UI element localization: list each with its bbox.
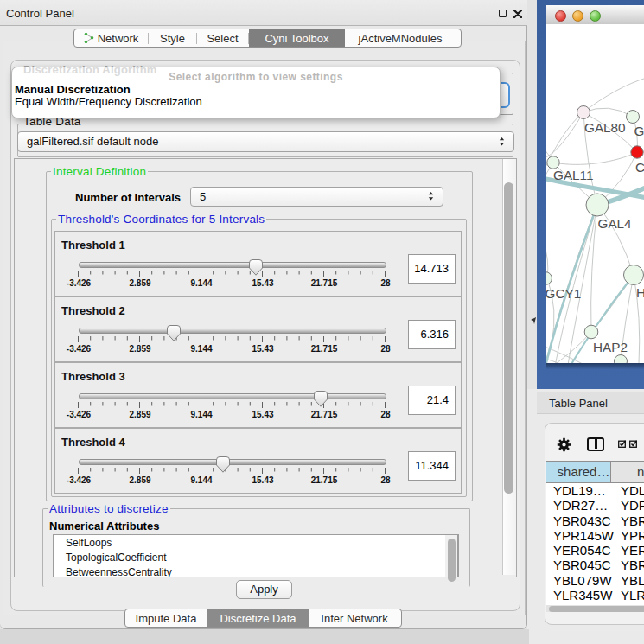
svg-text:H: H [636,285,644,300]
svg-text:HAP2: HAP2 [593,340,628,354]
svg-text:GAL11: GAL11 [553,168,594,182]
svg-text:C: C [635,160,644,175]
svg-text:GCY1: GCY1 [546,286,581,301]
svg-text:GAL4: GAL4 [598,216,633,231]
svg-text:GA: GA [634,124,644,138]
svg-text:GAL80: GAL80 [584,120,626,135]
